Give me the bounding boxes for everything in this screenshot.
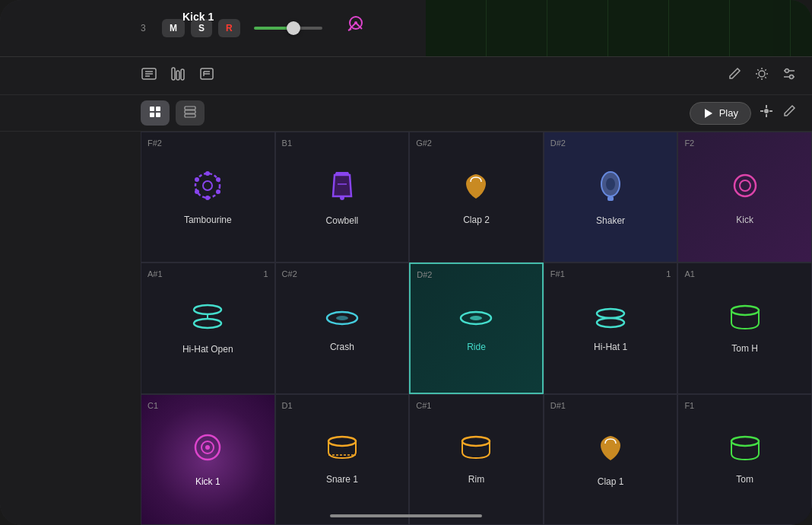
volume-slider[interactable] — [254, 27, 322, 30]
list-view-button[interactable] — [176, 100, 205, 126]
grid-view-button[interactable] — [141, 100, 170, 126]
edit-icon-button[interactable] — [782, 103, 797, 123]
svg-line-21 — [757, 69, 758, 70]
pad-cowbell-label: Cowbell — [326, 215, 359, 226]
svg-point-26 — [785, 69, 789, 73]
pad-snare1-note: D1 — [282, 401, 293, 410]
pad-kick1-label: Kick 1 — [195, 476, 220, 487]
pad-hihat-open[interactable]: A#1 1 Hi-Hat Open — [141, 262, 275, 393]
pad-controls-right: Play — [690, 102, 797, 125]
svg-point-4 — [354, 21, 357, 24]
svg-point-56 — [194, 319, 221, 328]
pad-clap2[interactable]: G#2 Clap 2 — [409, 132, 544, 262]
rim-icon — [459, 434, 493, 468]
pad-hihat1[interactable]: F#1 1 Hi-Hat 1 — [544, 262, 678, 393]
track-header: 3 M S R Kick 1 — [0, 0, 812, 57]
pad-controls-left — [15, 100, 205, 126]
pad-snare1[interactable]: D1 Snare 1 — [275, 394, 410, 525]
svg-point-71 — [731, 437, 759, 446]
pad-rim-label: Rim — [468, 474, 484, 485]
pad-tomh[interactable]: A1 Tom H — [677, 262, 812, 393]
pencil-icon-button[interactable] — [727, 66, 742, 85]
tomh-icon — [729, 303, 761, 337]
sparkle-icon-button[interactable] — [759, 103, 774, 123]
pad-ride-label: Ride — [467, 342, 486, 352]
pad-clap1-label: Clap 1 — [598, 476, 624, 487]
pad-hihatopen-note: A#1 — [147, 269, 163, 278]
pad-cowbell-note: B1 — [282, 138, 292, 148]
volume-knob[interactable] — [287, 21, 300, 35]
mute-button[interactable]: M — [162, 19, 185, 37]
pad-rim-note: C#1 — [416, 401, 431, 410]
pad-kick-partial[interactable]: F2 Kick — [677, 132, 812, 262]
svg-point-67 — [205, 445, 210, 450]
svg-point-70 — [462, 437, 490, 446]
svg-rect-32 — [156, 113, 160, 117]
pad-tambourine[interactable]: F#2 Tambourine — [141, 132, 275, 262]
play-button[interactable]: Play — [690, 102, 751, 125]
info-icon-button[interactable] — [198, 65, 215, 86]
svg-point-16 — [759, 71, 765, 77]
pad-hihat1-note: F#1 — [550, 269, 565, 278]
svg-line-3 — [348, 29, 351, 30]
svg-rect-34 — [185, 110, 195, 113]
toolbar — [0, 57, 812, 95]
snare1-icon — [325, 434, 359, 468]
svg-point-46 — [205, 196, 210, 200]
pad-clap2-note: G#2 — [416, 138, 432, 148]
svg-point-59 — [336, 316, 348, 320]
pad-ride-note: D#2 — [417, 270, 432, 279]
svg-point-68 — [328, 437, 356, 446]
drum-kit-icon — [344, 14, 368, 43]
record-button[interactable]: R — [218, 19, 240, 37]
svg-line-24 — [765, 69, 766, 70]
tom-icon — [729, 434, 761, 468]
ride-icon — [459, 304, 493, 336]
sidebar-strip — [0, 132, 141, 525]
svg-point-53 — [734, 175, 756, 196]
svg-point-55 — [194, 305, 221, 314]
hihatopen-icon — [191, 302, 224, 338]
pad-tom[interactable]: F1 Tom — [677, 394, 812, 525]
pad-tambourine-note: F#2 — [147, 138, 162, 148]
svg-point-45 — [216, 189, 220, 194]
pad-shaker-label: Shaker — [596, 215, 625, 226]
pad-clap1-note: D#1 — [550, 401, 566, 410]
pad-grid: F#2 Tambourine B1 — [141, 132, 812, 525]
pad-crash[interactable]: C#2 Crash — [275, 262, 410, 393]
pad-shaker[interactable]: D#2 Shaker — [544, 132, 678, 262]
pad-clap1[interactable]: D#1 Clap 1 — [544, 394, 678, 525]
svg-rect-31 — [150, 113, 154, 117]
svg-rect-30 — [156, 107, 160, 111]
hihat1-icon — [594, 304, 627, 336]
tempo-icon-button[interactable] — [754, 66, 769, 85]
svg-rect-33 — [185, 107, 195, 110]
pad-tom-label: Tom — [736, 474, 753, 485]
pad-shaker-note: D#2 — [550, 138, 566, 148]
pad-crash-note: C#2 — [282, 269, 297, 278]
device-frame: 3 M S R Kick 1 — [0, 0, 812, 525]
pad-kick-partial-label: Kick — [736, 215, 753, 225]
mixer-icon-button[interactable] — [170, 65, 186, 86]
clap2-icon — [460, 170, 492, 208]
svg-point-62 — [597, 309, 624, 318]
sliders-icon-button[interactable] — [782, 66, 797, 85]
pad-rim[interactable]: C#1 Rim — [409, 394, 544, 525]
track-title: Kick 1 — [182, 11, 214, 23]
svg-rect-10 — [176, 71, 179, 80]
pad-tomh-note: A1 — [684, 269, 694, 278]
svg-line-22 — [765, 77, 766, 78]
home-indicator — [330, 514, 482, 517]
crash-icon — [325, 304, 359, 336]
svg-rect-11 — [181, 69, 184, 80]
pad-cowbell[interactable]: B1 Cowbell — [275, 132, 410, 262]
pad-grid-container: F#2 Tambourine B1 — [0, 132, 812, 525]
svg-point-47 — [195, 189, 199, 194]
pad-controls-bar: Play — [0, 95, 812, 132]
pad-ride[interactable]: D#2 Ride — [409, 262, 544, 393]
pad-snare1-label: Snare 1 — [326, 474, 358, 485]
svg-point-48 — [195, 177, 199, 182]
pad-kick1[interactable]: C1 Kick 1 — [141, 394, 275, 525]
score-icon-button[interactable] — [141, 65, 157, 86]
svg-point-43 — [205, 171, 210, 176]
